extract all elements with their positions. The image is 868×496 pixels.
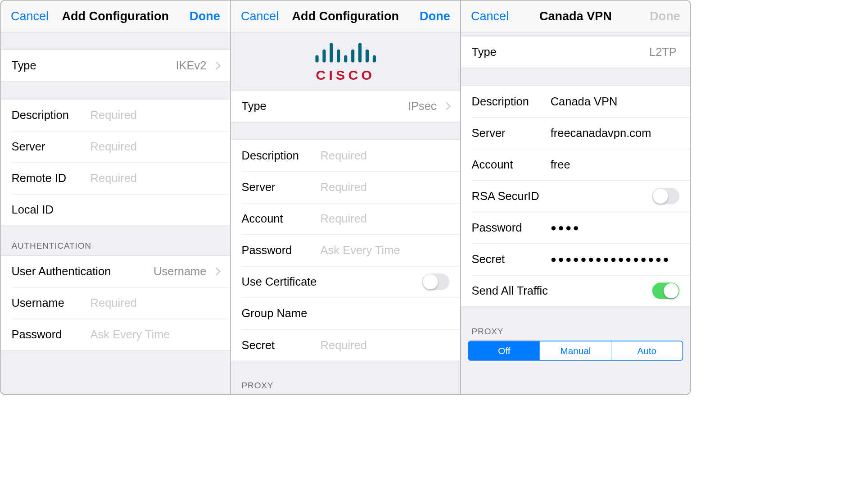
password-row[interactable]: Password <box>1 319 230 350</box>
password-label: Password <box>242 244 321 257</box>
remote-id-row[interactable]: Remote ID <box>1 163 230 194</box>
group-name-input[interactable] <box>321 307 461 320</box>
use-certificate-row[interactable]: Use Certificate <box>231 266 460 298</box>
description-label: Description <box>11 109 90 122</box>
group-name-row[interactable]: Group Name <box>231 298 460 329</box>
server-label: Server <box>472 127 551 140</box>
type-row[interactable]: Type IKEv2 <box>1 50 230 82</box>
type-value: IKEv2 <box>176 59 209 72</box>
group-name-label: Group Name <box>242 307 321 320</box>
description-row[interactable]: Description <box>1 99 230 131</box>
proxy-seg-manual[interactable]: Manual <box>540 341 611 360</box>
secret-input[interactable] <box>321 338 461 351</box>
use-certificate-toggle[interactable] <box>422 273 449 290</box>
server-input[interactable] <box>321 181 461 194</box>
rsa-securid-label: RSA SecurID <box>472 190 539 203</box>
type-label: Type <box>472 46 497 59</box>
rsa-securid-row[interactable]: RSA SecurID <box>461 180 690 212</box>
account-input[interactable] <box>321 212 461 225</box>
password-row[interactable]: Password ●●●● <box>461 212 690 243</box>
proxy-seg-auto[interactable]: Auto <box>611 341 682 360</box>
server-row[interactable]: Server <box>1 131 230 163</box>
password-label: Password <box>11 328 90 341</box>
panel-ipsec: Cancel Add Configuration Done CISCO Type… <box>231 1 461 394</box>
auth-header: AUTHENTICATION <box>1 226 230 255</box>
navbar: Cancel Add Configuration Done <box>231 1 460 32</box>
type-label: Type <box>242 100 267 113</box>
server-input[interactable] <box>90 140 231 153</box>
done-button[interactable]: Done <box>407 9 450 23</box>
password-input[interactable] <box>321 244 461 257</box>
send-all-traffic-toggle[interactable] <box>652 282 679 299</box>
description-row[interactable]: Description Canada VPN <box>461 86 690 117</box>
cancel-button[interactable]: Cancel <box>241 9 284 23</box>
type-value: IPsec <box>408 100 439 113</box>
user-auth-label: User Authentication <box>11 265 111 278</box>
cancel-button[interactable]: Cancel <box>471 9 514 23</box>
chevron-right-icon <box>443 102 451 110</box>
server-row[interactable]: Server <box>231 171 460 203</box>
type-row[interactable]: Type IPsec <box>231 91 460 122</box>
use-certificate-label: Use Certificate <box>242 275 317 288</box>
cisco-wordmark: CISCO <box>316 68 375 83</box>
account-row[interactable]: Account free <box>461 149 690 180</box>
description-label: Description <box>242 149 321 162</box>
server-label: Server <box>242 181 321 194</box>
proxy-header: PROXY <box>231 361 460 394</box>
local-id-label: Local ID <box>11 203 90 216</box>
rsa-securid-toggle[interactable] <box>652 188 679 205</box>
proxy-header: PROXY <box>461 307 690 341</box>
proxy-seg-off[interactable]: Off <box>469 341 540 360</box>
nav-title: Add Configuration <box>54 9 177 23</box>
send-all-traffic-label: Send All Traffic <box>472 284 548 297</box>
send-all-traffic-row[interactable]: Send All Traffic <box>461 275 690 307</box>
account-row[interactable]: Account <box>231 203 460 235</box>
password-row[interactable]: Password <box>231 235 460 266</box>
secret-row[interactable]: Secret ●●●●●●●●●●●●●●●● <box>461 243 690 275</box>
server-label: Server <box>11 140 90 153</box>
proxy-segmented-control[interactable]: OffManualAuto <box>468 341 683 361</box>
chevron-right-icon <box>212 62 221 70</box>
cisco-logo: CISCO <box>231 32 460 90</box>
secret-label: Secret <box>472 253 551 266</box>
server-row[interactable]: Server freecanadavpn.com <box>461 117 690 149</box>
description-label: Description <box>472 95 551 108</box>
user-auth-row[interactable]: User Authentication Username <box>1 256 230 287</box>
description-input[interactable] <box>90 109 231 122</box>
navbar: Cancel Canada VPN Done <box>461 1 690 32</box>
done-button[interactable]: Done <box>177 9 220 23</box>
done-button[interactable]: Done <box>637 9 680 23</box>
password-value: ●●●● <box>551 222 581 233</box>
panel-ikev2: Cancel Add Configuration Done Type IKEv2… <box>1 1 231 394</box>
server-value: freecanadavpn.com <box>551 127 680 140</box>
account-value: free <box>551 158 680 171</box>
secret-label: Secret <box>242 338 321 351</box>
account-label: Account <box>472 158 551 171</box>
description-value: Canada VPN <box>551 95 680 108</box>
description-row[interactable]: Description <box>231 140 460 171</box>
type-row: Type L2TP <box>461 36 690 68</box>
username-input[interactable] <box>90 296 231 309</box>
local-id-row[interactable]: Local ID <box>1 194 230 226</box>
secret-value: ●●●●●●●●●●●●●●●● <box>551 254 670 265</box>
navbar: Cancel Add Configuration Done <box>1 1 230 32</box>
type-label: Type <box>11 59 36 72</box>
cisco-bars-icon <box>315 42 376 63</box>
password-input[interactable] <box>90 328 231 341</box>
cancel-button[interactable]: Cancel <box>11 9 54 23</box>
password-label: Password <box>472 221 551 234</box>
remote-id-input[interactable] <box>90 172 231 185</box>
username-label: Username <box>11 296 90 309</box>
local-id-input[interactable] <box>90 203 231 216</box>
user-auth-value: Username <box>154 265 209 278</box>
secret-row[interactable]: Secret <box>231 329 460 361</box>
username-row[interactable]: Username <box>1 287 230 319</box>
remote-id-label: Remote ID <box>11 172 90 185</box>
panel-l2tp: Cancel Canada VPN Done Type L2TP Descrip… <box>461 1 690 394</box>
account-label: Account <box>242 212 321 225</box>
nav-title: Canada VPN <box>514 9 637 23</box>
type-value: L2TP <box>649 46 679 59</box>
description-input[interactable] <box>321 149 461 162</box>
chevron-right-icon <box>212 268 221 276</box>
nav-title: Add Configuration <box>284 9 407 23</box>
